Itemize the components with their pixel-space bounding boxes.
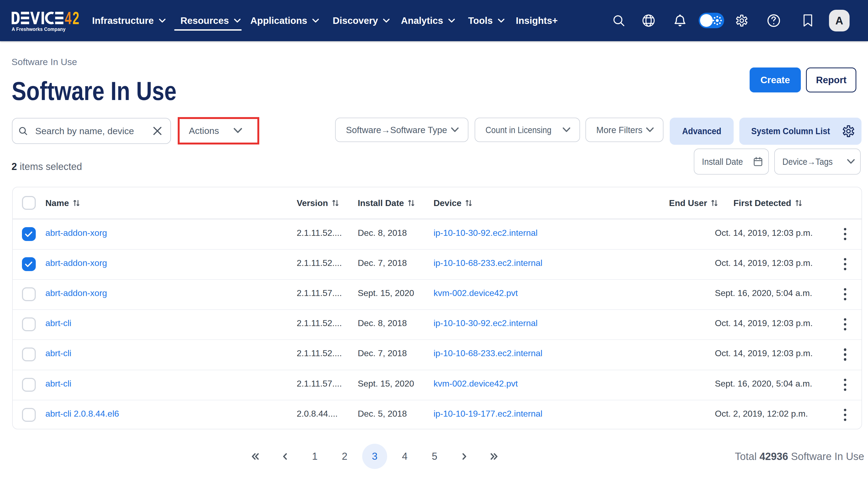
svg-text:2: 2 xyxy=(72,12,80,24)
svg-text:4: 4 xyxy=(65,12,71,24)
